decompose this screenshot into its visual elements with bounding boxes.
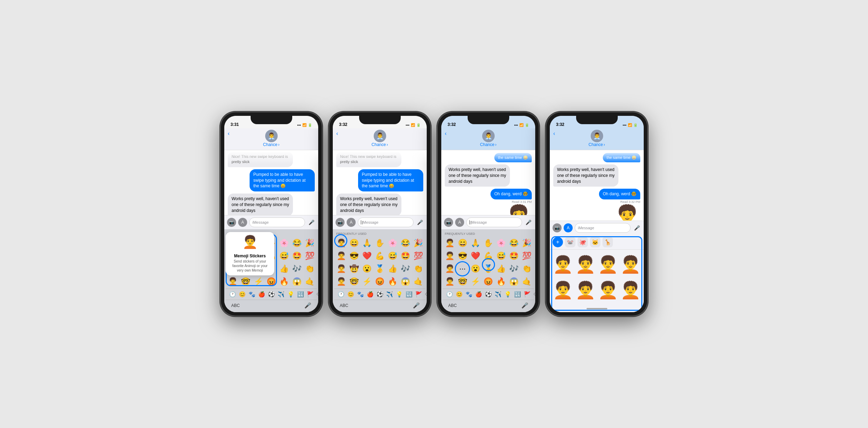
emoji-tab-activities-3[interactable]: ⚽ [484,290,493,298]
emoji-cell[interactable]: 🥇 [373,263,386,275]
emoji-tab-objects-3[interactable]: 💡 [503,290,513,298]
emoji-cell[interactable]: 🎶 [399,263,412,275]
emoji-cell[interactable]: 😅 [387,250,399,262]
emoji-tab-symbols-2[interactable]: 🔣 [404,290,414,298]
sticker-cell[interactable]: 🧑‍🦱 [620,278,641,302]
emoji-cell[interactable]: 👏 [412,263,425,275]
sticker-cat-4[interactable]: 🦒 [602,237,613,247]
back-button-2[interactable]: ‹ [336,130,338,137]
emoji-tab-food-3[interactable]: 🍎 [474,290,484,298]
camera-icon-4[interactable]: 📷 [553,223,562,232]
emoji-delete[interactable]: ⌫ [315,290,318,298]
emoji-cell[interactable]: 😡 [265,275,277,288]
contact-name-1[interactable]: Chance › [263,142,279,147]
emoji-cell[interactable]: 🎶 [508,263,520,275]
emoji-cell[interactable]: 🎉 [521,237,533,249]
emoji-cell[interactable]: ❤️ [361,250,373,262]
emoji-cell[interactable]: 🔥 [387,275,399,288]
sticker-cell[interactable]: 🧑‍🦱 [575,278,596,302]
emoji-cell[interactable]: 😂 [508,237,520,249]
emoji-cell[interactable]: 😮 [361,263,373,275]
app-icon-3[interactable]: A [455,218,464,227]
emoji-cell[interactable]: ⚡ [361,275,373,288]
sticker-cell[interactable]: 🧑‍🦱 [553,278,574,302]
emoji-tab-recent-2[interactable]: 🕐 [336,290,346,298]
emoji-cell[interactable]: 🧑‍🦱 [443,263,456,275]
emoji-cell[interactable]: 👍 [387,263,399,275]
message-input-3[interactable]: | Message [466,217,522,227]
emoji-memoji-2[interactable]: 🧑‍🦱 [335,237,347,249]
emoji-cell[interactable]: 😱 [399,275,412,288]
sticker-cell[interactable]: 🧑‍🦱 [575,252,596,277]
sticker-cell[interactable]: 🧑‍🦱 [598,252,619,277]
add-sticker-button[interactable]: + [553,237,563,247]
emoji-cell[interactable]: 😎 [456,250,469,262]
emoji-cell[interactable]: 🤓 [239,275,252,288]
camera-icon-3[interactable]: 📷 [444,218,453,227]
emoji-tab-flags[interactable]: 🚩 [305,290,315,298]
app-icon-4[interactable]: A [564,223,573,232]
sticker-cell[interactable]: 🧑‍🦱 [598,278,619,302]
emoji-tab-smileys-3[interactable]: 😊 [454,290,464,298]
emoji-cell[interactable]: 🌸 [387,237,399,249]
emoji-cell[interactable]: 😄 [348,237,360,249]
message-input-2[interactable]: | Message [358,217,414,227]
emoji-cell[interactable]: 🤓 [456,275,469,288]
emoji-cell[interactable]: 🤙 [412,275,425,288]
emoji-cell[interactable]: 🔥 [278,275,290,288]
emoji-cell[interactable]: 🌸 [278,237,290,249]
emoji-tab-food-2[interactable]: 🍎 [365,290,375,298]
emoji-tab-recent[interactable]: 🕐 [228,290,237,298]
emoji-cell[interactable]: 💪 [373,250,386,262]
emoji-tab-symbols-3[interactable]: 🔣 [513,290,522,298]
emoji-cell[interactable]: ✋ [373,237,386,249]
emoji-tab-activities-2[interactable]: ⚽ [375,290,385,298]
message-input-1[interactable]: iMessage [249,217,305,227]
camera-icon-1[interactable]: 📷 [227,218,236,227]
emoji-cell[interactable]: 🤙 [304,275,316,288]
emoji-cell[interactable]: 💯 [412,250,425,262]
emoji-cell[interactable]: 🥇 [482,263,494,275]
emoji-cell[interactable]: 🤩 [291,250,303,262]
sticker-cat-2[interactable]: 🐙 [578,237,588,247]
emoji-cell[interactable]: 🎉 [412,237,425,249]
emoji-cell[interactable]: 🙏 [469,237,481,249]
back-button-3[interactable]: ‹ [445,130,446,137]
mic-icon-2[interactable]: 🎤 [416,218,424,226]
emoji-tab-objects-2[interactable]: 💡 [394,290,404,298]
emoji-cell[interactable]: 💪 [482,250,494,262]
emoji-tab-objects[interactable]: 💡 [286,290,296,298]
emoji-cell[interactable]: 🤙 [521,275,533,288]
emoji-cell[interactable]: 😂 [291,237,303,249]
emoji-cell[interactable]: ··· [456,263,469,275]
mic-label-1[interactable]: 🎤 [304,302,311,309]
emoji-cell[interactable]: 👍 [495,263,507,275]
emoji-cell[interactable]: 👏 [304,263,316,275]
contact-name-4[interactable]: Chance › [589,142,605,147]
emoji-cell[interactable]: 🤓 [348,275,360,288]
emoji-tab-food[interactable]: 🍎 [257,290,267,298]
emoji-memoji-3[interactable]: 🧑‍🦱 [443,237,456,249]
emoji-cell[interactable]: 🤠 [348,263,360,275]
emoji-cell[interactable]: 😂 [399,237,412,249]
emoji-cell[interactable]: 😱 [291,275,303,288]
emoji-tab-nature-3[interactable]: 🐾 [464,290,474,298]
mic-icon-1[interactable]: 🎤 [307,218,315,226]
mic-icon-4[interactable]: 🎤 [633,224,641,232]
emoji-cell[interactable]: 💯 [521,250,533,262]
emoji-cell[interactable]: 🎉 [304,237,316,249]
message-input-4[interactable]: iMessage [575,223,631,233]
emoji-cell[interactable]: 🎶 [291,263,303,275]
emoji-tab-smileys[interactable]: 😊 [237,290,247,298]
emoji-tab-travel-3[interactable]: ✈️ [493,290,503,298]
emoji-tab-flags-2[interactable]: 🚩 [414,290,424,298]
emoji-tab-nature[interactable]: 🐾 [247,290,257,298]
emoji-cell[interactable]: 🧑‍🦱 [335,250,347,262]
emoji-cell[interactable]: 😅 [495,250,507,262]
emoji-cell[interactable]: 😮 [469,263,481,275]
emoji-delete-2[interactable]: ⌫ [424,290,427,298]
contact-name-2[interactable]: Chance › [372,142,388,147]
emoji-tab-travel-2[interactable]: ✈️ [385,290,394,298]
emoji-tab-activities[interactable]: ⚽ [267,290,276,298]
emoji-cell[interactable]: 👏 [521,263,533,275]
